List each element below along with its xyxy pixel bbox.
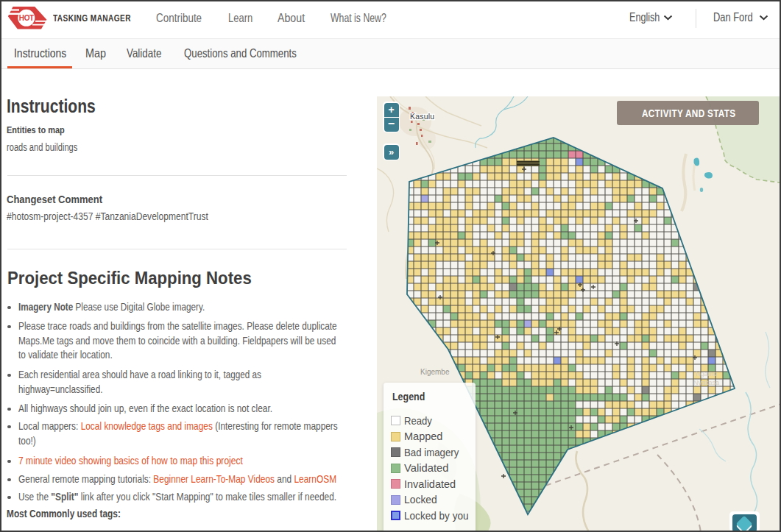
svg-text:HOT: HOT: [19, 14, 34, 22]
svg-text:Ngame: Ngame: [696, 370, 717, 377]
svg-text:Kasulu: Kasulu: [410, 112, 434, 121]
svg-text:Kigembe: Kigembe: [420, 368, 450, 376]
svg-text:Nyakasa: Nyakasa: [693, 379, 719, 386]
